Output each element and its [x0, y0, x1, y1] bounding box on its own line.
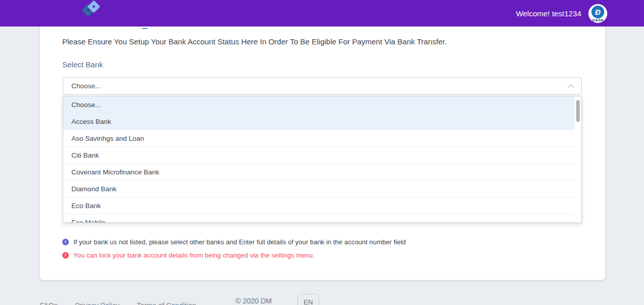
welcome-text: Welcome! test1234: [516, 9, 581, 18]
dropdown-scrollbar-thumb[interactable]: [576, 100, 580, 122]
dash-coin-icon: Ð: [591, 6, 604, 18]
bank-dropdown-panel: Choose... Access Bank Aso Savinhgs and L…: [63, 96, 582, 223]
warning-message-text: You can lock your bank account details f…: [73, 251, 315, 259]
footer-links: FAQs Privacy Policy Terms of Condition: [40, 301, 196, 305]
footer-link-privacy-policy[interactable]: Privacy Policy: [75, 301, 119, 305]
info-message-row: ! If your bank us not listed, please sel…: [62, 238, 406, 246]
bank-option-diamond-bank[interactable]: Diamond Bank: [63, 181, 575, 197]
bank-settings-card: Please Ensure You Setup Your Bank Accoun…: [40, 20, 605, 280]
copyright-text: © 2020 DM: [236, 297, 272, 305]
dash-coin-word: DASH: [593, 18, 604, 22]
partial-hidden-tab-underline: [142, 28, 147, 29]
app-header: Welcome! test1234 Ð DASH: [0, 0, 644, 27]
bank-option-covenant-microfinance[interactable]: Covenant Microfinance Bank: [63, 164, 575, 181]
app-logo[interactable]: [40, 0, 101, 27]
warning-circle-icon: !: [62, 252, 69, 259]
info-circle-icon: !: [62, 239, 69, 245]
dash-coin-avatar[interactable]: Ð DASH: [588, 4, 607, 23]
header-right: Welcome! test1234 Ð DASH: [516, 4, 607, 23]
bank-option-list: Choose... Access Bank Aso Savinhgs and L…: [63, 96, 575, 223]
footer-link-terms[interactable]: Terms of Condition: [137, 301, 196, 305]
warning-message-row: ! You can lock your bank account details…: [62, 251, 315, 259]
language-button[interactable]: EN: [297, 294, 319, 305]
bank-select[interactable]: Choose...: [63, 77, 582, 95]
info-message-text: If your bank us not listed, please selec…: [73, 238, 406, 246]
chevron-up-icon: [568, 84, 574, 91]
bank-select-value: Choose...: [71, 82, 101, 90]
bank-option-aso-savings[interactable]: Aso Savinhgs and Loan: [63, 130, 575, 147]
select-bank-label: Select Bank: [62, 60, 103, 69]
footer-link-faqs[interactable]: FAQs: [40, 301, 58, 305]
bank-option-eco-bank[interactable]: Eco Bank: [63, 197, 575, 214]
bank-option-choose[interactable]: Choose...: [63, 96, 575, 113]
bank-option-eco-mobile[interactable]: Eco Mobile: [63, 214, 575, 223]
bank-option-access-bank[interactable]: Access Bank: [63, 113, 575, 130]
bank-option-citi-bank[interactable]: Citi Bank: [63, 147, 575, 164]
intro-text: Please Ensure You Setup Your Bank Accoun…: [62, 37, 447, 46]
